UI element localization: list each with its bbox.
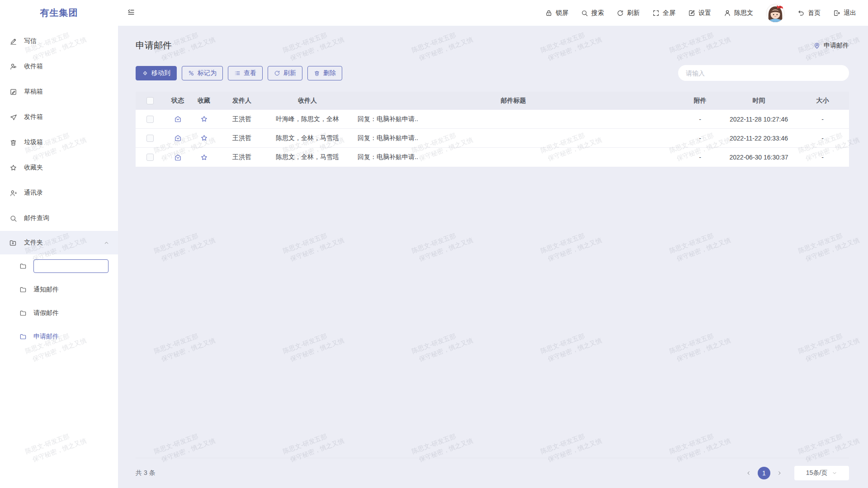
delete-button[interactable]: 删除	[307, 66, 342, 80]
topbar-search-label: 搜索	[591, 9, 604, 17]
refresh-list-button[interactable]: 刷新	[268, 66, 302, 80]
sidebar-item-label: 垃圾箱	[24, 138, 43, 146]
button-label: 移动到	[151, 69, 170, 77]
sender-cell: 王洪哲	[217, 153, 267, 161]
page-size-select[interactable]: 15条/页	[794, 466, 849, 480]
sidebar-item-sent[interactable]: 发件箱	[0, 104, 118, 130]
folder-icon	[19, 263, 27, 270]
main-content: 申请邮件 申请邮件 移动到标记为查看刷新删除 状态收藏发件人收件人邮件标题附件时…	[118, 26, 868, 488]
table-row[interactable]: 王洪哲陈思文，全林，马雪瑶回复：电脑补贴申请..-2022-06-30 16:3…	[136, 148, 849, 167]
favorite-cell	[191, 134, 217, 142]
size-cell: -	[796, 135, 849, 142]
mark-as-button[interactable]: 标记为	[182, 66, 223, 80]
button-label: 查看	[244, 69, 256, 77]
sidebar-item-label: 通讯录	[24, 189, 43, 197]
table-row[interactable]: 王洪哲陈思文，全林，马雪瑶回复：电脑补贴申请..-2022-11-22 20:3…	[136, 129, 849, 148]
topbar-logout-button[interactable]: 退出	[833, 9, 856, 17]
row-checkbox-cell	[136, 154, 165, 161]
folder-list: 通知邮件请假邮件申请邮件	[0, 254, 118, 348]
topbar-refresh-label: 刷新	[627, 9, 640, 17]
subject-cell: 回复：电脑补贴申请..	[348, 134, 679, 142]
button-label: 刷新	[283, 69, 296, 77]
new-folder-input[interactable]	[33, 259, 108, 273]
time-cell: 2022-11-22 20:33:46	[722, 135, 796, 142]
sidebar: 写信收件箱草稿箱发件箱垃圾箱收藏夹通讯录邮件查询 文件夹 通知邮件请假邮件申请邮…	[0, 26, 118, 488]
folder-item-notice-mail[interactable]: 通知邮件	[0, 278, 118, 301]
send-icon	[9, 113, 17, 121]
pencil-icon	[9, 38, 17, 45]
row-checkbox[interactable]	[146, 135, 154, 142]
row-checkbox[interactable]	[146, 116, 154, 123]
button-label: 删除	[323, 69, 336, 77]
favorite-cell	[191, 115, 217, 123]
sidebar-item-favorites[interactable]: 收藏夹	[0, 155, 118, 180]
attachment-cell: -	[679, 116, 722, 123]
topbar-lock-screen-button[interactable]: 锁屏	[545, 9, 568, 17]
trash-icon	[9, 139, 17, 146]
select-all-checkbox[interactable]	[146, 97, 154, 104]
column-header: 收藏	[191, 97, 217, 105]
sidebar-item-folders[interactable]: 文件夹	[0, 231, 118, 254]
star-icon	[9, 164, 17, 172]
topbar-search-button[interactable]: 搜索	[581, 9, 604, 17]
page-number[interactable]: 1	[758, 467, 770, 479]
view-button[interactable]: 查看	[228, 66, 263, 80]
list-footer: 共 3 条 1 15条/页	[136, 458, 849, 488]
user-avatar[interactable]	[766, 4, 785, 23]
column-header: 收件人	[267, 97, 348, 105]
recipients-cell: 陈思文，全林，马雪瑶	[267, 134, 348, 142]
folder-item-label: 请假邮件	[33, 309, 59, 317]
edit-square-icon	[688, 9, 695, 17]
move-to-button[interactable]: 移动到	[136, 66, 177, 80]
folder-item-leave-mail[interactable]: 请假邮件	[0, 301, 118, 325]
topbar-home-button[interactable]: 首页	[797, 9, 821, 17]
folder-icon	[19, 310, 27, 317]
sidebar-item-mail-search[interactable]: 邮件查询	[0, 206, 118, 231]
toolbar-buttons: 移动到标记为查看刷新删除	[136, 66, 347, 80]
status-cell	[165, 134, 191, 142]
topbar-refresh-button[interactable]: 刷新	[617, 9, 640, 17]
topbar-settings-button[interactable]: 设置	[688, 9, 711, 17]
favorite-star-icon[interactable]	[200, 115, 208, 123]
next-page-button[interactable]	[774, 467, 785, 479]
chevron-left-icon	[746, 470, 751, 476]
chevron-up-icon[interactable]	[104, 240, 109, 246]
topbar-fullscreen-button[interactable]: 全屏	[652, 9, 675, 17]
sidebar-item-label: 写信	[24, 37, 37, 45]
toolbar: 移动到标记为查看刷新删除	[136, 65, 849, 81]
sidebar-item-label: 收藏夹	[24, 164, 43, 172]
user-icon	[724, 9, 731, 17]
topbar-action-group: 锁屏搜索刷新全屏设置陈思文	[545, 9, 753, 17]
sidebar-collapse-button[interactable]	[127, 8, 135, 18]
total-count: 共 3 条	[136, 469, 156, 477]
page-size-value: 15条/页	[806, 469, 827, 477]
size-cell: -	[796, 154, 849, 161]
topbar-logout-label: 退出	[844, 9, 856, 17]
prev-page-button[interactable]	[743, 467, 755, 479]
search-icon	[9, 215, 17, 222]
row-checkbox[interactable]	[146, 154, 154, 161]
time-cell: 2022-06-30 16:30:37	[722, 154, 796, 161]
attachment-cell: -	[679, 135, 722, 142]
favorite-star-icon[interactable]	[200, 154, 208, 161]
sidebar-item-contacts[interactable]: 通讯录	[0, 180, 118, 206]
sidebar-item-trash[interactable]: 垃圾箱	[0, 130, 118, 155]
table-row[interactable]: 王洪哲叶海峰，陈思文，全林回复：电脑补贴申请..-2022-11-28 10:2…	[136, 110, 849, 129]
favorite-star-icon[interactable]	[200, 134, 208, 142]
sidebar-item-compose[interactable]: 写信	[0, 28, 118, 54]
sidebar-item-drafts[interactable]: 草稿箱	[0, 79, 118, 104]
row-checkbox-cell	[136, 116, 165, 123]
row-checkbox-cell	[136, 135, 165, 142]
inbox-user-icon	[9, 63, 17, 70]
location-pin-icon	[813, 42, 821, 49]
topbar-current-user-button[interactable]: 陈思文	[724, 9, 753, 17]
folder-item-apply-mail[interactable]: 申请邮件	[0, 325, 118, 348]
sidebar-item-inbox[interactable]: 收件箱	[0, 54, 118, 79]
trash-icon	[314, 70, 320, 76]
search-icon	[581, 9, 588, 17]
topbar-lock-screen-label: 锁屏	[556, 9, 568, 17]
sidebar-item-label: 邮件查询	[24, 214, 49, 222]
mail-search-input[interactable]	[678, 65, 849, 81]
recipients-cell: 陈思文，全林，马雪瑶	[267, 153, 348, 161]
topbar-actions: 锁屏搜索刷新全屏设置陈思文 首页退出	[545, 4, 868, 23]
